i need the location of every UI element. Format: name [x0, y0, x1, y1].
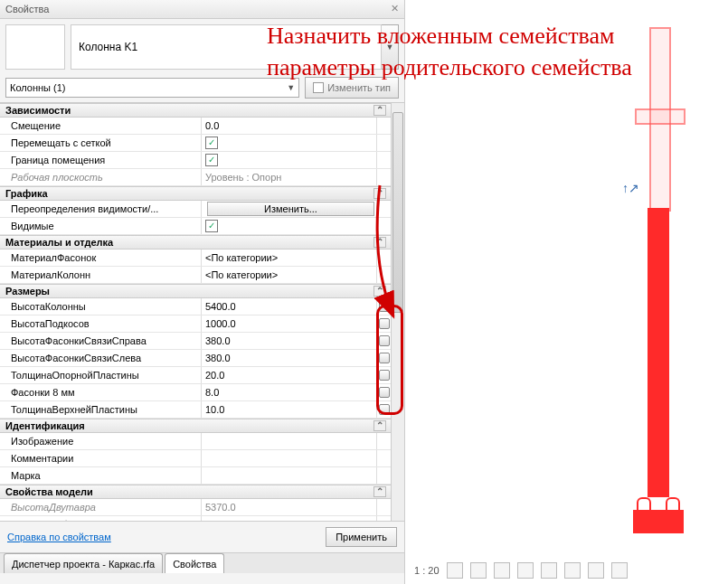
property-row: Комментарии: [0, 450, 392, 467]
panel-titlebar[interactable]: Свойства ✕: [0, 0, 404, 19]
instance-combo[interactable]: Колонны (1) ▼: [5, 78, 299, 98]
property-value[interactable]: [201, 467, 376, 484]
close-icon[interactable]: ✕: [388, 2, 401, 14]
property-value[interactable]: ✓: [201, 152, 376, 168]
property-value[interactable]: 380.0: [201, 350, 376, 366]
associate-parameter-button[interactable]: [376, 298, 392, 315]
crop-icon[interactable]: [541, 562, 557, 579]
group-header[interactable]: Зависимости⌃: [0, 103, 392, 118]
property-value[interactable]: ✓: [201, 135, 376, 151]
chevron-down-icon[interactable]: ▼: [382, 24, 399, 70]
collapse-icon[interactable]: ⌃: [373, 286, 386, 297]
associate-parameter-button[interactable]: [376, 118, 392, 134]
instance-count: Колонны (1): [10, 79, 66, 97]
collapse-icon[interactable]: ⌃: [373, 105, 386, 116]
property-value[interactable]: 0.0: [201, 118, 376, 134]
visual-style-icon[interactable]: [470, 562, 487, 579]
property-value[interactable]: 8.0: [201, 384, 376, 400]
property-value: -380.0: [201, 516, 376, 521]
group-header[interactable]: Материалы и отделка⌃: [0, 235, 392, 250]
associate-parameter-button[interactable]: [376, 152, 392, 168]
checkbox[interactable]: ✓: [205, 154, 218, 166]
edit-button[interactable]: Изменить...: [207, 202, 374, 216]
associate-parameter-button[interactable]: [376, 250, 392, 266]
checkbox[interactable]: ✓: [205, 220, 218, 232]
model-viewport[interactable]: ↑↗ 1 : 20: [405, 0, 728, 584]
associate-parameter-button[interactable]: [376, 350, 392, 366]
property-value[interactable]: Изменить...: [201, 201, 376, 217]
edit-type-button[interactable]: Изменить тип: [305, 77, 399, 99]
tab-project-browser[interactable]: Диспетчер проекта - Каркас.rfa: [4, 553, 163, 573]
associate-parameter-button[interactable]: [376, 316, 392, 332]
group-header[interactable]: Размеры⌃: [0, 284, 392, 298]
vertical-scrollbar[interactable]: [391, 103, 404, 521]
associate-parameter-button[interactable]: [376, 169, 392, 185]
property-value[interactable]: ✓: [201, 218, 376, 234]
tab-properties[interactable]: Свойства: [165, 553, 224, 573]
property-value[interactable]: 380.0: [201, 333, 376, 349]
shadows-icon[interactable]: [517, 562, 534, 579]
group-name: Зависимости: [5, 105, 71, 116]
associate-parameter-button[interactable]: [376, 367, 392, 383]
help-link[interactable]: Справка по свойствам: [7, 532, 111, 542]
property-value[interactable]: [201, 433, 376, 449]
property-label: Видимые: [0, 218, 201, 234]
property-value[interactable]: 10.0: [201, 401, 376, 418]
property-label: Переопределения видимости/...: [0, 201, 201, 217]
properties-panel: Свойства ✕ Колонна K1 ▼ Колонны (1) ▼ Из…: [0, 0, 405, 584]
collapse-icon[interactable]: ⌃: [373, 237, 386, 248]
column-element[interactable]: [640, 27, 676, 533]
property-value[interactable]: [201, 450, 376, 466]
property-value[interactable]: 5400.0: [201, 298, 376, 315]
collapse-icon[interactable]: ⌃: [373, 188, 386, 199]
property-row: ВысотаРебраЖесткостиСлева-380.0: [0, 516, 392, 521]
property-value[interactable]: 20.0: [201, 367, 376, 383]
associate-parameter-button[interactable]: [376, 401, 392, 418]
group-header[interactable]: Идентификация⌃: [0, 419, 392, 433]
associate-parameter-button[interactable]: [376, 450, 392, 466]
associate-parameter-button[interactable]: [376, 433, 392, 449]
associate-parameter-button[interactable]: [376, 384, 392, 400]
associate-parameter-button[interactable]: [376, 135, 392, 151]
sun-path-icon[interactable]: [494, 562, 510, 579]
type-thumbnail: [5, 24, 65, 70]
group-header[interactable]: Графика⌃: [0, 186, 392, 201]
property-row: Марка: [0, 467, 392, 485]
type-selector[interactable]: Колонна K1 ▼: [0, 19, 404, 75]
property-row: ВысотаФасонкиСвязиСлева380.0: [0, 350, 392, 367]
checkbox[interactable]: ✓: [205, 137, 218, 149]
associate-parameter-button[interactable]: [376, 467, 392, 484]
scrollbar-thumb[interactable]: [392, 112, 403, 313]
view-scale[interactable]: 1 : 20: [414, 565, 440, 576]
crop-region-icon[interactable]: [564, 562, 581, 579]
associate-parameter-button[interactable]: [376, 201, 392, 217]
property-label: Фасонки 8 мм: [0, 384, 201, 400]
property-row: ВысотаФасонкиСвязиСправа380.0: [0, 333, 392, 350]
property-row: ВысотаДвутавра5370.0: [0, 499, 392, 516]
property-row: МатериалКолонн<По категории>: [0, 267, 392, 284]
chevron-down-icon: ▼: [287, 79, 295, 97]
associate-parameter-button[interactable]: [376, 516, 392, 521]
detail-level-icon[interactable]: [447, 562, 463, 579]
property-row: ВысотаПодкосов1000.0: [0, 316, 392, 333]
property-row: Граница помещения✓: [0, 152, 392, 169]
view-nav-indicator[interactable]: ↑↗: [622, 181, 639, 195]
apply-button[interactable]: Применить: [326, 527, 397, 547]
associate-parameter-button[interactable]: [376, 333, 392, 349]
property-row: Переопределения видимости/...Изменить...: [0, 201, 392, 218]
property-label: ВысотаДвутавра: [0, 499, 201, 515]
property-value[interactable]: <По категории>: [201, 250, 376, 266]
collapse-icon[interactable]: ⌃: [373, 420, 386, 431]
associate-parameter-button[interactable]: [376, 218, 392, 234]
group-header[interactable]: Свойства модели⌃: [0, 485, 392, 499]
associate-parameter-button[interactable]: [376, 499, 392, 515]
collapse-icon[interactable]: ⌃: [373, 486, 386, 497]
temporary-view-icon[interactable]: [611, 562, 628, 579]
property-row: ТолщинаВерхнейПластины10.0: [0, 401, 392, 419]
associate-parameter-button[interactable]: [376, 267, 392, 283]
unhide-icon[interactable]: [588, 562, 604, 579]
property-value[interactable]: <По категории>: [201, 267, 376, 283]
type-name: Колонна K1: [71, 24, 382, 70]
property-value[interactable]: 1000.0: [201, 316, 376, 332]
group-name: Идентификация: [5, 420, 85, 431]
